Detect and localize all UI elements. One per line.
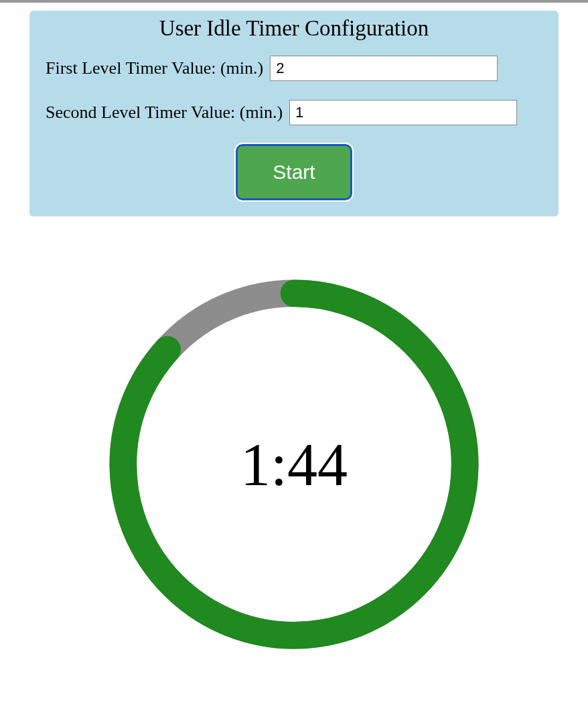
- countdown-ring: 1:44: [100, 270, 488, 659]
- start-button[interactable]: Start: [236, 144, 352, 200]
- first-level-label: First Level Timer Value: (min.): [46, 58, 263, 78]
- first-level-row: First Level Timer Value: (min.): [46, 56, 542, 81]
- time-display: 1:44: [100, 270, 488, 659]
- panel-title: User Idle Timer Configuration: [46, 16, 542, 41]
- second-level-row: Second Level Timer Value: (min.): [46, 100, 542, 125]
- first-level-input[interactable]: [270, 56, 498, 81]
- second-level-label: Second Level Timer Value: (min.): [46, 103, 283, 123]
- timer-area: 1:44: [29, 270, 559, 659]
- second-level-input[interactable]: [289, 100, 517, 125]
- config-panel: User Idle Timer Configuration First Leve…: [29, 11, 559, 216]
